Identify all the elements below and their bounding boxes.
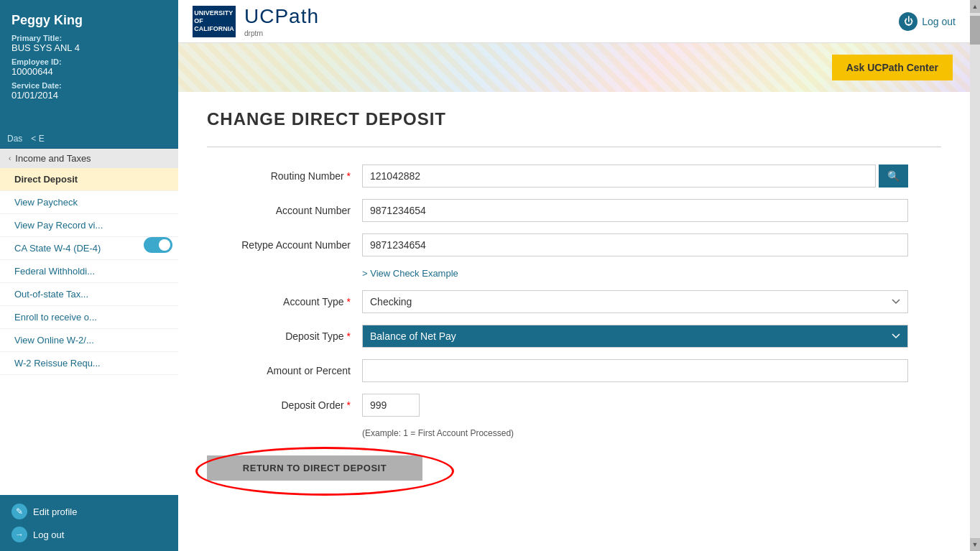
retype-account-number-label: Retype Account Number: [207, 239, 351, 251]
sidebar-item-enroll[interactable]: Enroll to receive o...: [0, 306, 178, 329]
amount-or-percent-row: Amount or Percent: [207, 359, 941, 382]
sidebar: Peggy King Primary Title: BUS SYS ANL 4 …: [0, 0, 178, 551]
retype-account-number-input-wrap: [362, 233, 908, 256]
edit-profile-button[interactable]: ✎ Edit profile: [11, 504, 167, 519]
content-area: CHANGE DIRECT DEPOSIT Routing Number * 🔍…: [178, 92, 970, 551]
edit-profile-label: Edit profile: [33, 506, 77, 517]
sidebar-item-direct-deposit[interactable]: Direct Deposit: [0, 168, 178, 191]
routing-number-label: Routing Number *: [207, 170, 351, 182]
deposit-order-hint: (Example: 1 = First Account Processed): [362, 428, 941, 438]
sidebar-tab-das[interactable]: Das: [3, 129, 27, 148]
routing-number-input[interactable]: [362, 165, 876, 187]
account-type-select[interactable]: Checking Savings: [362, 290, 908, 313]
logout-label: Log out: [922, 16, 956, 27]
amount-or-percent-label: Amount or Percent: [207, 365, 351, 376]
deposit-type-label: Deposit Type *: [207, 330, 351, 342]
page-title: CHANGE DIRECT DEPOSIT: [207, 109, 941, 129]
uc-logo-text: UNIVERSITYOFCALIFORNIA: [194, 9, 234, 32]
ucpath-title: UCPath: [244, 5, 319, 28]
deposit-order-input-wrap: [362, 394, 908, 417]
sidebar-user-info: Peggy King Primary Title: BUS SYS ANL 4 …: [0, 0, 178, 114]
employee-id-label: Employee ID:: [11, 57, 167, 66]
return-button-wrapper: RETURN TO DIRECT DEPOSIT: [207, 455, 422, 481]
user-name: Peggy King: [11, 13, 167, 28]
sidebar-section-label: Income and Taxes: [15, 153, 91, 164]
routing-number-input-wrap: 🔍: [362, 165, 908, 187]
sidebar-item-w2-reissue[interactable]: W-2 Reissue Requ...: [0, 352, 178, 375]
deposit-type-select-wrap: Balance of Net Pay Fixed Amount Percent …: [362, 325, 908, 348]
sidebar-logout-button[interactable]: → Log out: [11, 527, 167, 542]
account-number-label: Account Number: [207, 205, 351, 216]
deposit-order-required: *: [347, 399, 351, 411]
sidebar-nav-tabs: Das < E: [0, 129, 178, 149]
sidebar-item-view-pay-record[interactable]: View Pay Record vi...: [0, 214, 178, 237]
edit-profile-icon: ✎: [11, 504, 27, 519]
scrollbar-right[interactable]: ▲ ▼: [970, 0, 980, 551]
deposit-order-row: Deposit Order *: [207, 394, 941, 417]
drptrn-label: drptrn: [244, 29, 319, 37]
sidebar-tab-back[interactable]: < E: [27, 129, 48, 148]
retype-account-number-input[interactable]: [362, 233, 908, 256]
routing-number-row: Routing Number * 🔍: [207, 165, 941, 187]
sidebar-toggle[interactable]: [144, 237, 172, 253]
button-row: RETURN TO DIRECT DEPOSIT: [207, 455, 941, 481]
sidebar-item-view-w2[interactable]: View Online W-2/...: [0, 329, 178, 352]
banner: Ask UCPath Center: [178, 43, 970, 92]
sidebar-item-view-paycheck[interactable]: View Paycheck: [0, 191, 178, 214]
sidebar-section-income-taxes[interactable]: ‹ Income and Taxes: [0, 149, 178, 168]
amount-or-percent-input-wrap: [362, 359, 908, 382]
account-number-input[interactable]: [362, 199, 908, 222]
service-date-value: 01/01/2014: [11, 90, 167, 101]
retype-account-number-row: Retype Account Number: [207, 233, 941, 256]
sidebar-menu: ‹ Income and Taxes Direct Deposit View P…: [0, 149, 178, 495]
sidebar-logout-label: Log out: [33, 529, 64, 540]
deposit-order-input[interactable]: [362, 394, 420, 417]
scroll-down-arrow[interactable]: ▼: [970, 538, 980, 551]
divider: [207, 147, 941, 147]
primary-title-label: Primary Title:: [11, 34, 167, 42]
account-type-select-wrap: Checking Savings: [362, 290, 908, 313]
account-type-required: *: [347, 296, 351, 307]
sidebar-bottom: ✎ Edit profile → Log out: [0, 495, 178, 551]
account-type-row: Account Type * Checking Savings: [207, 290, 941, 313]
deposit-order-label: Deposit Order *: [207, 399, 351, 411]
logout-button[interactable]: ⏻ Log out: [899, 12, 956, 31]
account-number-row: Account Number: [207, 199, 941, 222]
amount-or-percent-input[interactable]: [362, 359, 908, 382]
account-number-input-wrap: [362, 199, 908, 222]
header: UNIVERSITYOFCALIFORNIA UCPath drptrn ⏻ L…: [178, 0, 970, 43]
scroll-up-arrow[interactable]: ▲: [970, 0, 980, 13]
deposit-type-required: *: [347, 330, 351, 342]
logout-icon: ⏻: [899, 12, 917, 31]
return-to-direct-deposit-button[interactable]: RETURN TO DIRECT DEPOSIT: [207, 455, 422, 481]
ask-ucpath-button[interactable]: Ask UCPath Center: [832, 55, 953, 80]
routing-number-search-button[interactable]: 🔍: [879, 165, 908, 187]
uc-logo: UNIVERSITYOFCALIFORNIA: [193, 6, 236, 37]
main-area: UNIVERSITYOFCALIFORNIA UCPath drptrn ⏻ L…: [178, 0, 970, 551]
sidebar-item-out-of-state-tax[interactable]: Out-of-state Tax...: [0, 283, 178, 306]
primary-title-value: BUS SYS ANL 4: [11, 42, 167, 53]
account-type-label: Account Type *: [207, 296, 351, 307]
view-check-link[interactable]: > View Check Example: [362, 268, 941, 279]
header-logo: UNIVERSITYOFCALIFORNIA UCPath drptrn: [193, 5, 319, 37]
deposit-type-select[interactable]: Balance of Net Pay Fixed Amount Percent …: [362, 325, 908, 348]
sidebar-logout-icon: →: [11, 527, 27, 542]
routing-number-required: *: [347, 170, 351, 182]
employee-id-value: 10000644: [11, 66, 167, 77]
header-app-name-wrap: UCPath drptrn: [244, 5, 319, 37]
scroll-thumb[interactable]: [970, 16, 980, 45]
service-date-label: Service Date:: [11, 81, 167, 90]
deposit-type-row: Deposit Type * Balance of Net Pay Fixed …: [207, 325, 941, 348]
chevron-icon: ‹: [9, 154, 11, 162]
header-right: ⏻ Log out: [899, 12, 956, 31]
sidebar-item-federal-withholding[interactable]: Federal Withholdi...: [0, 260, 178, 283]
